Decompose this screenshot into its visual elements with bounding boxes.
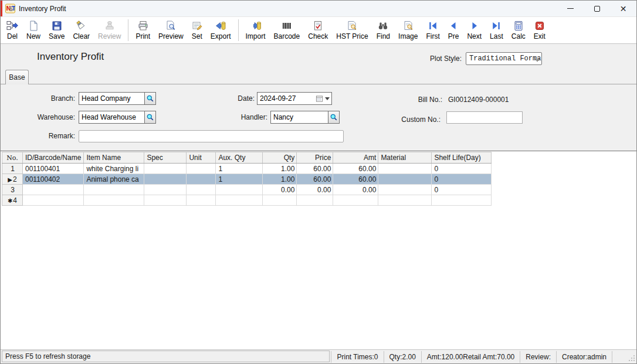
cell-id[interactable]: 001100401	[23, 164, 84, 174]
cell-item[interactable]	[84, 195, 144, 206]
cell-unit[interactable]	[187, 174, 216, 185]
cell-shelf[interactable]: 0	[432, 174, 492, 185]
col-header-id-barcode-name[interactable]: ID/Barcode/Name	[23, 152, 84, 164]
handler-input[interactable]	[271, 111, 328, 123]
check-button[interactable]: Check	[304, 17, 332, 43]
col-header-spec[interactable]: Spec	[144, 152, 187, 164]
cell-item[interactable]: white Charging li	[84, 164, 144, 174]
image-button[interactable]: Image	[394, 17, 422, 43]
cell-amt[interactable]	[333, 195, 378, 206]
cell-item[interactable]	[84, 185, 144, 195]
cell-shelf[interactable]	[432, 195, 492, 206]
resize-grip[interactable]	[627, 353, 635, 362]
cell-spec[interactable]	[144, 174, 187, 185]
branch-field	[79, 92, 156, 105]
cell-qty[interactable]: 0.00	[263, 185, 297, 195]
calc-button[interactable]: Calc	[507, 17, 530, 43]
cell-amt[interactable]: 60.00	[333, 164, 378, 174]
cell-unit[interactable]	[187, 164, 216, 174]
cell-aux[interactable]	[216, 195, 263, 206]
maximize-icon	[594, 6, 600, 12]
find-button[interactable]: Find	[372, 17, 394, 43]
close-button[interactable]: ✕	[610, 1, 636, 17]
current-row-arrow-icon: ▶	[8, 176, 12, 183]
cell-material[interactable]	[378, 164, 432, 174]
barcode-button[interactable]: Barcode	[270, 17, 304, 43]
cell-qty[interactable]: 1.00	[263, 174, 297, 185]
first-record-button[interactable]: First	[422, 17, 443, 43]
cell-id[interactable]	[23, 195, 84, 206]
preview-button[interactable]: Preview	[154, 17, 188, 43]
custom-no-input[interactable]	[446, 111, 523, 124]
cell-shelf[interactable]: 0	[432, 185, 492, 195]
cell-price[interactable]: 60.00	[297, 164, 333, 174]
set-button[interactable]: Set	[188, 17, 206, 43]
branch-lookup-button[interactable]	[144, 93, 155, 104]
cell-material[interactable]	[378, 195, 432, 206]
handler-lookup-button[interactable]	[328, 111, 339, 123]
previous-record-button[interactable]: Pre	[444, 17, 463, 43]
cell-aux[interactable]: 1	[216, 174, 263, 185]
cell-id[interactable]	[23, 185, 84, 195]
cell-unit[interactable]	[187, 195, 216, 206]
print-button[interactable]: Print	[131, 17, 154, 43]
maximize-button[interactable]	[584, 1, 610, 17]
row-header-cell[interactable]: ▶2	[2, 174, 23, 185]
new-button[interactable]: New	[22, 17, 45, 43]
next-record-button[interactable]: Next	[463, 17, 486, 43]
row-header-cell[interactable]: 3	[2, 185, 23, 195]
cell-item[interactable]: Animal phone ca	[84, 174, 144, 185]
cell-id[interactable]: 001100402	[23, 174, 84, 185]
cell-amt[interactable]: 60.00	[333, 174, 378, 185]
exit-label: Exit	[534, 33, 545, 40]
export-button[interactable]: Export	[206, 17, 235, 43]
warehouse-input[interactable]	[79, 111, 144, 123]
cell-material[interactable]	[378, 185, 432, 195]
delete-button[interactable]: Del	[2, 17, 22, 43]
minimize-button[interactable]	[557, 1, 584, 17]
row-header-cell[interactable]: 1	[2, 164, 23, 174]
date-input[interactable]	[257, 93, 314, 104]
cell-aux[interactable]: 1	[216, 164, 263, 174]
last-record-button[interactable]: Last	[486, 17, 507, 43]
cell-price[interactable]: 60.00	[297, 174, 333, 185]
col-header-amt[interactable]: Amt	[333, 152, 378, 164]
branch-input[interactable]	[79, 93, 144, 104]
row-header-cell[interactable]: ✱4	[2, 195, 23, 206]
warehouse-lookup-button[interactable]	[144, 111, 155, 123]
col-header-aux-qty[interactable]: Aux. Qty	[216, 152, 263, 164]
clear-button[interactable]: Clear	[69, 17, 94, 43]
cell-unit[interactable]	[187, 185, 216, 195]
save-button[interactable]: Save	[45, 17, 69, 43]
grid-row-3: 3 0.00 0.00 0.00 0	[2, 185, 492, 195]
remark-input[interactable]	[79, 130, 344, 142]
plot-style-select[interactable]: Traditional Format	[466, 52, 542, 65]
cell-shelf[interactable]: 0	[432, 164, 492, 174]
cell-price[interactable]: 0.00	[297, 185, 333, 195]
col-header-qty[interactable]: Qty	[263, 152, 297, 164]
col-header-unit[interactable]: Unit	[187, 152, 216, 164]
hst-price-label: HST Price	[336, 33, 368, 40]
tab-base[interactable]: Base	[5, 70, 29, 84]
status-bar: Press F5 to refresh storage Print Times:…	[1, 349, 636, 363]
cell-spec[interactable]	[144, 185, 187, 195]
review-button[interactable]: Review	[94, 17, 125, 43]
col-header-item-name[interactable]: Item Name	[84, 152, 144, 164]
col-header-shelf-life[interactable]: Shelf Life(Day)	[432, 152, 492, 164]
cell-spec[interactable]	[144, 195, 187, 206]
col-header-price[interactable]: Price	[297, 152, 333, 164]
exit-button[interactable]: Exit	[530, 17, 550, 43]
cell-aux[interactable]	[216, 185, 263, 195]
cell-price[interactable]	[297, 195, 333, 206]
cell-spec[interactable]	[144, 164, 187, 174]
hst-price-button[interactable]: HST Price	[332, 17, 372, 43]
col-header-material[interactable]: Material	[378, 152, 432, 164]
col-header-no[interactable]: No.	[2, 152, 23, 164]
import-button[interactable]: Import	[242, 17, 270, 43]
cell-amt[interactable]: 0.00	[333, 185, 378, 195]
print-label: Print	[135, 33, 150, 40]
date-dropdown-button[interactable]	[314, 93, 331, 104]
cell-qty[interactable]	[263, 195, 297, 206]
cell-material[interactable]	[378, 174, 432, 185]
cell-qty[interactable]: 1.00	[263, 164, 297, 174]
